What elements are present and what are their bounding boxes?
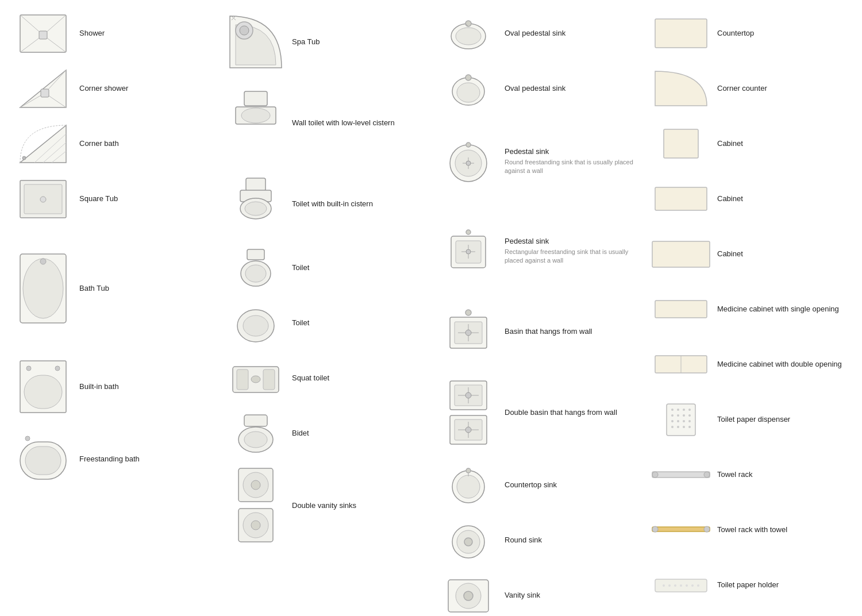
- towel-rack-label: Towel rack: [717, 469, 752, 480]
- medicine-cabinet-single-icon: [649, 286, 713, 332]
- svg-rect-141: [652, 527, 710, 532]
- svg-point-133: [688, 420, 691, 422]
- medicine-cabinet-double-label: Medicine cabinet with double opening: [717, 359, 842, 369]
- svg-rect-115: [664, 129, 698, 158]
- bath-tub-icon: [11, 231, 75, 346]
- item-round-sink: Round sink: [431, 513, 644, 568]
- svg-point-142: [652, 526, 658, 532]
- svg-point-151: [697, 584, 699, 587]
- countertop-label: Countertop: [717, 28, 754, 38]
- svg-rect-36: [246, 178, 265, 191]
- main-grid: Shower Corner shower: [0, 0, 862, 616]
- svg-rect-118: [655, 301, 707, 318]
- item-pedestal-sink-rect: Pedestal sink Rectangular freestanding s…: [431, 206, 644, 295]
- vanity-sink-label: Vanity sink: [505, 590, 540, 600]
- svg-point-122: [671, 409, 674, 411]
- countertop-sink-icon: [437, 462, 500, 508]
- svg-point-42: [245, 265, 266, 282]
- freestanding-bath-label: Freestanding bath: [79, 454, 140, 464]
- bath-tub-label: Bath Tub: [79, 283, 109, 294]
- svg-point-73: [466, 230, 471, 234]
- toilet1-icon: [224, 245, 287, 291]
- svg-point-64: [465, 75, 471, 80]
- item-oval-pedestal-sink1: Oval pedestal sink: [431, 6, 644, 61]
- cabinet3-icon: [649, 231, 713, 277]
- basin-wall-icon: [437, 300, 500, 363]
- square-tub-label: Square Tub: [79, 194, 118, 204]
- item-corner-shower: Corner shower: [6, 61, 218, 116]
- svg-point-135: [677, 426, 679, 428]
- item-cabinet2: Cabinet: [644, 171, 862, 226]
- svg-marker-11: [20, 125, 66, 163]
- item-built-in-bath: Built-in bath: [6, 351, 218, 423]
- item-cabinet3: Cabinet: [644, 226, 862, 282]
- cabinet1-label: Cabinet: [717, 138, 743, 149]
- medicine-cabinet-single-label: Medicine cabinet with single opening: [717, 304, 839, 314]
- svg-point-63: [457, 83, 480, 102]
- svg-point-136: [683, 426, 685, 428]
- svg-point-21: [40, 259, 46, 264]
- toilet-paper-holder-label: Toilet paper holder: [717, 580, 779, 590]
- svg-point-102: [464, 591, 473, 600]
- round-sink-label: Round sink: [505, 535, 542, 545]
- svg-point-124: [683, 409, 685, 411]
- shower-label: Shower: [79, 28, 105, 38]
- svg-point-70: [466, 161, 471, 165]
- svg-point-59: [456, 28, 481, 45]
- cabinet2-label: Cabinet: [717, 194, 743, 204]
- towel-rack-towel-label: Towel rack with towel: [717, 525, 787, 535]
- svg-rect-116: [655, 187, 707, 210]
- double-vanity-sinks-icon: [224, 465, 287, 546]
- svg-point-134: [671, 426, 674, 428]
- pedestal-sink-round-label: Pedestal sink Round freestanding sink th…: [505, 147, 638, 176]
- countertop-sink-label: Countertop sink: [505, 480, 557, 490]
- pedestal-sink-rect-icon: [437, 210, 500, 291]
- corner-counter-label: Corner counter: [717, 83, 767, 94]
- svg-point-94: [457, 475, 480, 498]
- pedestal-sink-round-icon: [437, 121, 500, 201]
- svg-point-146: [668, 584, 671, 587]
- item-towel-rack: Towel rack: [644, 447, 862, 502]
- svg-rect-46: [237, 369, 248, 390]
- svg-point-148: [680, 584, 682, 587]
- item-vanity-sink: Vanity sink: [431, 568, 644, 616]
- svg-point-92: [465, 427, 471, 433]
- oval-pedestal-sink1-label: Oval pedestal sink: [505, 28, 565, 38]
- pedestal-sink-rect-label: Pedestal sink Rectangular freestanding s…: [505, 236, 638, 265]
- svg-rect-114: [655, 19, 707, 48]
- svg-rect-138: [652, 472, 710, 478]
- medicine-cabinet-double-icon: [649, 341, 713, 387]
- item-medicine-cabinet-single: Medicine cabinet with single opening: [644, 282, 862, 337]
- svg-rect-33: [244, 91, 267, 106]
- svg-point-39: [245, 202, 267, 215]
- svg-point-143: [704, 526, 710, 532]
- svg-rect-117: [652, 241, 710, 267]
- item-basin-wall: Basin that hangs from wall: [431, 295, 644, 368]
- item-square-tub: Square Tub: [6, 171, 218, 226]
- item-oval-pedestal-sink2: Oval pedestal sink: [431, 61, 644, 116]
- spa-tub-label: Spa Tub: [292, 37, 320, 47]
- item-corner-counter: Corner counter: [644, 61, 862, 116]
- cabinet1-icon: [649, 121, 713, 167]
- svg-point-67: [466, 143, 471, 147]
- towel-rack-towel-icon: [649, 507, 713, 553]
- toilet-paper-dispenser-icon: [649, 396, 713, 442]
- squat-toilet-label: Squat toilet: [292, 373, 329, 383]
- item-single-light: Single light: [644, 613, 862, 616]
- wall-toilet-cistern-icon: [224, 83, 287, 163]
- svg-point-149: [686, 584, 688, 587]
- item-pedestal-sink-round: Pedestal sink Round freestanding sink th…: [431, 116, 644, 206]
- oval-pedestal-sink2-icon: [437, 66, 500, 111]
- freestanding-bath-icon: [11, 428, 75, 491]
- double-basin-wall-label: Double basin that hangs from wall: [505, 407, 617, 418]
- item-cabinet1: Cabinet: [644, 116, 862, 171]
- svg-point-15: [22, 156, 26, 160]
- corner-shower-label: Corner shower: [79, 83, 128, 94]
- toilet2-icon: [224, 300, 287, 346]
- item-toilet1: Toilet: [218, 240, 431, 295]
- toilet-paper-holder-icon: [649, 562, 713, 608]
- svg-point-99: [464, 538, 472, 546]
- item-towel-rack-towel: Towel rack with towel: [644, 502, 862, 557]
- toilet-built-cistern-icon: [224, 172, 287, 236]
- spa-tub-icon: [224, 10, 287, 74]
